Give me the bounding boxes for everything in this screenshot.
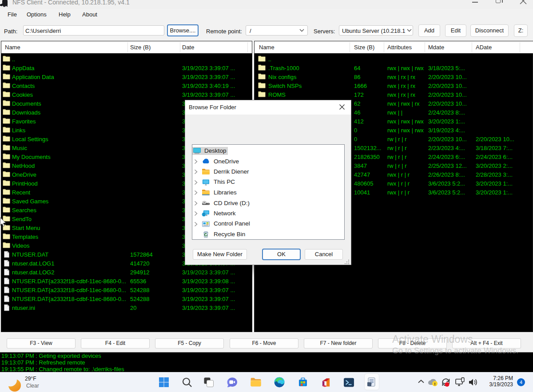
svg-text:!: ! xyxy=(434,382,436,386)
